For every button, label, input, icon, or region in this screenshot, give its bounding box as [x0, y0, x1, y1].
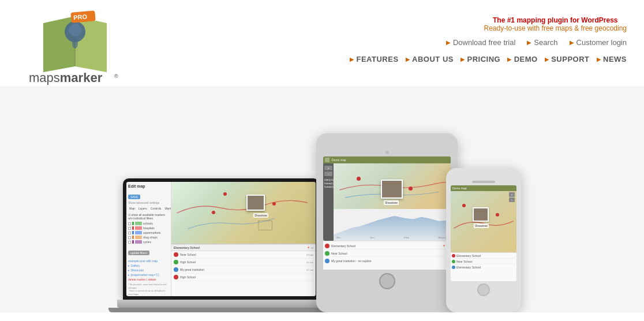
tagline-area: The #1 mapping plugin for WordPress Read…	[484, 12, 627, 32]
delete-link[interactable]: delete marker | delete	[128, 278, 169, 281]
play-icon-about: ▶	[406, 57, 410, 62]
customer-login-link[interactable]: ▶ Customer login	[570, 38, 627, 47]
list-header: Elementary School 📍 22	[171, 245, 316, 251]
svg-point-3	[72, 38, 78, 48]
phone-list-item-3: Elementary School	[452, 266, 515, 269]
phone-map-content: Demo map + -	[451, 185, 516, 281]
play-icon-login: ▶	[570, 39, 574, 46]
nav-pricing[interactable]: ▶ PRICING	[460, 55, 500, 64]
map-area: Shawinee	[171, 182, 316, 244]
nav-news[interactable]: ▶ NEWS	[597, 55, 627, 64]
tablet-title: Demo map	[332, 158, 346, 162]
tablet-side-strip: + - DMG[21] Dalida[1] Dalida[2]	[323, 163, 334, 241]
tablet-screen: Demo map + - DMG[21] Dalida[1]	[323, 156, 451, 241]
layer-row-2: hospitals	[128, 226, 169, 230]
checkbox[interactable]	[128, 241, 131, 244]
tablet-pin-2	[409, 186, 413, 191]
checkbox[interactable]	[128, 227, 131, 230]
tablet-list-dot-2	[325, 251, 330, 256]
nav-features[interactable]: ▶ FEATURES	[350, 55, 399, 64]
tablet-camera	[385, 151, 389, 154]
tablet-list-item-3: My great institution - no caption	[325, 258, 449, 264]
tablet-photo-popup	[381, 180, 403, 199]
svg-text:®: ®	[114, 73, 118, 79]
svg-text:mapsmarker: mapsmarker	[29, 70, 103, 85]
laptop-map-main: Shawinee Elementary School	[171, 182, 316, 296]
phone-list-item-2: Near School	[452, 260, 515, 264]
top-links: ▶ Download free trial ▶ Search ▶ Custome…	[446, 38, 627, 47]
svg-text:PRO: PRO	[73, 13, 88, 21]
list-dot-4	[174, 275, 178, 279]
pin-1	[223, 192, 227, 196]
phone-popup-label: Shawinee	[474, 223, 489, 228]
play-icon-news: ▶	[597, 57, 601, 62]
laptop-screen-inner: Edit map SAVE Show advanced settings Map…	[126, 182, 316, 296]
update-filters-btn[interactable]: update filters	[128, 251, 149, 255]
nav-demo[interactable]: ▶ DEMO	[507, 55, 538, 64]
svg-point-2	[69, 24, 81, 36]
example-link[interactable]: example post with map	[128, 259, 169, 263]
map-routes-svg	[171, 182, 316, 244]
phone-list-area: Elementary School Near School Elementary…	[451, 252, 516, 281]
pin-3	[212, 211, 215, 214]
shortcode-link[interactable]: ▸ Shortcode	[128, 268, 169, 272]
play-icon-demo: ▶	[507, 57, 512, 62]
page-wrapper: PRO mapsmarker ® The #1 mapping plugin f…	[0, 0, 644, 312]
tablet-list-item-2: Near School	[325, 251, 449, 257]
links-section: example post with map ▸ Gallery ▸ Shortc…	[128, 259, 169, 281]
list-item-4: High School	[171, 274, 316, 281]
checkbox[interactable]	[128, 236, 131, 239]
tablet-home-button[interactable]	[379, 273, 395, 289]
nav-about[interactable]: ▶ ABOUT US	[406, 55, 454, 64]
checkbox[interactable]	[128, 232, 131, 234]
checkbox[interactable]	[128, 222, 131, 225]
top-nav-area: The #1 mapping plugin for WordPress Read…	[350, 6, 627, 64]
play-icon-support: ▶	[545, 57, 549, 62]
phone-list-dot-3	[452, 266, 455, 269]
nav-support[interactable]: ▶ SUPPORT	[545, 55, 590, 64]
layer-row-3: supermarkets	[128, 231, 169, 234]
tablet-layer-list: DMG[21] Dalida[1] Dalida[2]	[323, 177, 334, 189]
layer-row-4: drug shops	[128, 236, 169, 239]
phone-zoom-controls: + -	[509, 192, 515, 202]
logo-area: PRO mapsmarker ®	[12, 6, 127, 87]
list-dot-1	[174, 252, 178, 257]
list-dot-2	[174, 260, 178, 264]
save-info: * No preview - save and reload to see ch…	[128, 283, 169, 296]
phone-photo-popup	[473, 207, 489, 222]
tablet-map-content: Demo map + - DMG[21] Dalida[1]	[323, 156, 451, 241]
download-trial-link[interactable]: ▶ Download free trial	[446, 38, 515, 47]
phone-pin-1	[462, 204, 466, 207]
phone-map-routes-svg	[451, 192, 516, 252]
tagline-line2: Ready-to-use with free maps & free geoco…	[484, 24, 627, 32]
header: PRO mapsmarker ® The #1 mapping plugin f…	[0, 0, 644, 87]
phone-map-title: Demo map	[452, 186, 466, 190]
pin-2	[272, 202, 276, 206]
map-photo-popup	[246, 195, 265, 211]
tablet-pin-1	[357, 177, 361, 181]
phone-map-header: Demo map	[451, 185, 516, 191]
devices-container: Edit map SAVE Show advanced settings Map…	[123, 93, 521, 312]
tablet-list-dot-1	[325, 244, 330, 248]
tablet-zoom-controls: + -	[323, 165, 334, 177]
phone-home-button[interactable]	[477, 283, 490, 296]
laptop-base	[117, 300, 325, 308]
tablet-location-list: Elementary School 📍 22 Near School My gr…	[323, 241, 451, 270]
tablet-list-item-1: Elementary School 📍 22	[325, 243, 449, 249]
phone-list-dot-2	[452, 260, 455, 263]
list-item-3: My great institution 4.1 km	[171, 266, 316, 274]
tablet-menu-icon	[325, 158, 330, 162]
main-nav: ▶ FEATURES ▶ ABOUT US ▶ PRICING ▶ DEMO ▶	[350, 55, 627, 64]
phone-screen: Demo map + -	[451, 185, 516, 281]
layer-row-5: cycles	[128, 240, 169, 244]
mapsmarker-link[interactable]: ▸ [mapsmarker map='1']	[128, 273, 169, 277]
search-link[interactable]: ▶ Search	[527, 38, 557, 47]
save-btn[interactable]: SAVE	[128, 195, 140, 199]
hero-section: Edit map SAVE Show advanced settings Map…	[0, 87, 644, 312]
tablet-list-dot-3	[325, 259, 330, 263]
filter-tabs: Map Layers Controls Markers Filters List	[128, 206, 169, 211]
tagline-line1: The #1 mapping plugin for WordPress	[484, 16, 627, 24]
play-icon-search: ▶	[527, 39, 531, 46]
gallery-link[interactable]: ▸ Gallery	[128, 264, 169, 267]
logo-svg: PRO mapsmarker ®	[12, 6, 127, 87]
